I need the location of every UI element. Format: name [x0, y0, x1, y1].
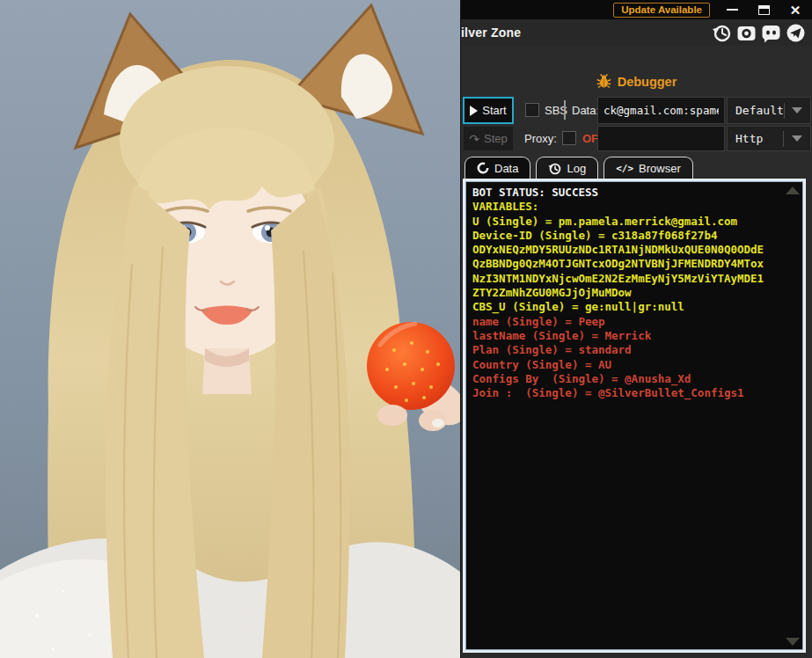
dropdown-separator	[783, 131, 784, 147]
console-line: ZTY2ZmNhZGU0MGJjOjMuMDow	[472, 286, 796, 300]
minimize-button[interactable]	[722, 3, 742, 17]
header-icons	[712, 23, 812, 43]
console-line: BOT STATUS: SUCCESS	[472, 186, 796, 200]
maximize-button[interactable]	[754, 3, 773, 17]
app-window: Update Available ✕ ilver Zone	[0, 0, 812, 658]
wordlist-type-value: Default	[728, 104, 784, 117]
proxy-input[interactable]	[597, 126, 725, 151]
console-line: lastName (Single) = Merrick	[472, 329, 796, 343]
minimize-icon	[727, 9, 738, 11]
camera-icon[interactable]	[736, 23, 757, 43]
debugger-panel: Update Available ✕ ilver Zone	[460, 0, 812, 658]
sbs-checkbox[interactable]	[525, 103, 539, 117]
update-available-button[interactable]: Update Available	[613, 3, 710, 18]
console-line: Country (Single) = AU	[472, 358, 796, 372]
proxy-label: Proxy:	[524, 132, 557, 145]
play-icon	[470, 106, 478, 116]
debugger-title: Debugger	[618, 75, 677, 89]
tab-log[interactable]: Log	[536, 157, 598, 179]
app-header: ilver Zone	[461, 19, 812, 46]
console-line: VARIABLES:	[472, 200, 796, 214]
portrait-illustration	[0, 0, 460, 658]
console-line: ODYxNEQzMDY5RUUzNDc1RTA1NjNDMkUxQUE0N0Q0…	[472, 243, 796, 257]
start-button[interactable]: Start	[463, 97, 514, 124]
chevron-down-icon	[792, 135, 802, 142]
tab-data-label: Data	[494, 162, 518, 175]
step-icon: ↷	[469, 132, 479, 146]
tab-data[interactable]: Data	[465, 157, 530, 179]
console-line: Configs By (Single) = @Anusha_Xd	[472, 372, 796, 386]
console-line: name (Single) = Peep	[472, 315, 796, 329]
step-button[interactable]: ↷ Step	[463, 126, 514, 151]
bug-icon	[596, 74, 611, 89]
console-line: Plan (Single) = standard	[472, 343, 796, 357]
separator	[564, 100, 566, 120]
step-label: Step	[484, 132, 508, 145]
tab-log-label: Log	[567, 162, 586, 175]
telegram-icon[interactable]	[786, 23, 806, 43]
close-icon: ✕	[790, 4, 801, 17]
scroll-down-arrow[interactable]	[786, 638, 800, 646]
console-line: Device-ID (Single) = c318a87f068f27b4	[472, 229, 796, 243]
history-clock-icon	[548, 162, 561, 175]
proxy-type-dropdown[interactable]: Http	[727, 126, 811, 151]
console-line: NzI3NTM1NDYxNjcwOmE2N2EzMmEyNjY5MzViYTAy…	[472, 272, 796, 286]
chevron-down-icon	[792, 107, 802, 113]
data-label: Data:	[572, 104, 599, 117]
console-output[interactable]: BOT STATUS: SUCCESSVARIABLES:U (Single) …	[463, 179, 806, 653]
proxy-checkbox[interactable]	[562, 131, 576, 145]
start-label: Start	[482, 104, 506, 117]
debugger-heading: Debugger	[461, 74, 812, 89]
close-button[interactable]: ✕	[786, 3, 805, 17]
discord-icon[interactable]	[761, 23, 781, 43]
data-input[interactable]	[597, 97, 725, 124]
console-line: CBS_U (Single) = ge:null|gr:null	[472, 300, 796, 314]
console-line: QzBBNDg0QzM4OTJGNTcxODg2NTVBNjJFMENDRDY4…	[472, 257, 796, 271]
loader-circle-icon	[477, 162, 489, 174]
history-icon[interactable]	[712, 23, 732, 43]
console-line: U (Single) = pm.pamela.merrick@gmail.com	[472, 215, 796, 229]
wordlist-type-dropdown[interactable]: Default	[727, 97, 811, 124]
proxy-type-value: Http	[728, 132, 763, 145]
maximize-icon	[758, 5, 770, 15]
portrait-photo	[0, 0, 460, 658]
code-icon: </>	[616, 163, 633, 174]
tab-bar: Data Log </> Browser	[465, 157, 693, 179]
scroll-up-arrow[interactable]	[786, 186, 800, 194]
app-title: ilver Zone	[461, 26, 521, 40]
tab-browser-label: Browser	[639, 162, 681, 175]
console-line: Join : (Single) = @SilverBullet_Configs1	[472, 386, 796, 400]
title-bar: Update Available ✕	[461, 0, 812, 19]
tab-browser[interactable]: </> Browser	[604, 157, 693, 179]
